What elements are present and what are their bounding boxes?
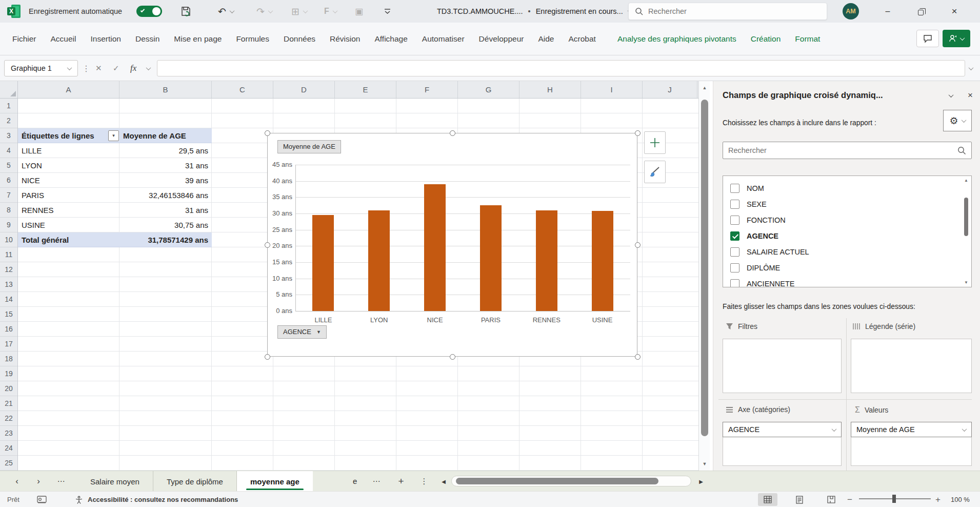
row-header-16[interactable]: 16 — [0, 322, 17, 337]
pivot-row-label[interactable]: LYON — [18, 158, 119, 173]
pane-search-input[interactable] — [728, 146, 957, 154]
chart-selection-handle[interactable] — [635, 242, 641, 248]
row-header-11[interactable]: 11 — [0, 247, 17, 262]
tab-donnees[interactable]: Données — [276, 34, 323, 44]
page-layout-view-button[interactable] — [790, 493, 809, 506]
chart-selection-handle[interactable] — [265, 354, 270, 360]
field-item-fonction[interactable]: FONCTION — [723, 212, 949, 228]
tab-formules[interactable]: Formules — [229, 34, 276, 44]
row-header-15[interactable]: 15 — [0, 307, 17, 322]
tab-acrobat[interactable]: Acrobat — [562, 34, 603, 44]
row-header-18[interactable]: 18 — [0, 352, 17, 366]
chart-axis-field-button[interactable]: AGENCE▼ — [277, 325, 327, 339]
pivot-row-label[interactable]: NICE — [18, 173, 119, 188]
column-header-j[interactable]: J — [643, 81, 697, 99]
row-header-17[interactable]: 17 — [0, 337, 17, 352]
chart-bar-nice[interactable] — [424, 184, 446, 311]
more-sheets-button[interactable]: ⋯ — [367, 471, 386, 492]
chart-selection-handle[interactable] — [450, 130, 455, 136]
row-header-23[interactable]: 23 — [0, 426, 17, 441]
row-header-7[interactable]: 7 — [0, 188, 17, 203]
pivot-header-cell[interactable]: Étiquettes de lignes — [18, 128, 119, 143]
zoom-level[interactable]: 100 % — [951, 492, 970, 507]
zoom-in-button[interactable]: + — [935, 492, 941, 507]
chart-selection-handle[interactable] — [450, 354, 455, 360]
row-header-6[interactable]: 6 — [0, 173, 17, 188]
pane-collapse-button[interactable] — [943, 88, 958, 103]
pivot-row-value[interactable]: 32,46153846 ans — [119, 188, 212, 203]
comments-button[interactable] — [916, 30, 939, 47]
chart-bar-usine[interactable] — [592, 211, 613, 311]
pane-close-button[interactable]: × — [963, 88, 978, 103]
insert-function-button[interactable]: fx — [130, 60, 136, 76]
pivot-row-label[interactable]: PARIS — [18, 188, 119, 203]
macro-record-button[interactable] — [37, 492, 47, 507]
chart-bar-paris[interactable] — [480, 205, 502, 311]
column-header-g[interactable]: G — [458, 81, 519, 99]
tab-insertion[interactable]: Insertion — [83, 34, 128, 44]
column-header-f[interactable]: F — [396, 81, 458, 99]
normal-view-button[interactable] — [758, 493, 777, 506]
column-header-e[interactable]: E — [335, 81, 396, 99]
pivot-row-value[interactable]: 30,75 ans — [119, 218, 212, 232]
field-item-sexe[interactable]: SEXE — [723, 196, 949, 212]
scroll-up-arrow-icon[interactable]: ▲ — [962, 178, 970, 183]
pivot-row-value[interactable]: 31 ans — [119, 158, 212, 173]
avatar[interactable]: AM — [843, 3, 859, 20]
share-button[interactable] — [943, 30, 970, 47]
column-header-c[interactable]: C — [212, 81, 273, 99]
field-checkbox-fonction[interactable] — [730, 216, 739, 225]
chart-title-field-button[interactable]: Moyenne de AGE — [277, 140, 341, 153]
row-header-13[interactable]: 13 — [0, 277, 17, 292]
tab-automatiser[interactable]: Automatiser — [415, 34, 472, 44]
new-sheet-button[interactable]: + — [392, 471, 410, 492]
chart-styles-button[interactable] — [644, 161, 666, 183]
fx-chevron-icon[interactable] — [147, 60, 150, 76]
format-quick-button[interactable]: F — [324, 0, 337, 23]
vertical-scrollbar-thumb[interactable] — [701, 100, 708, 436]
pivot-row-label[interactable]: LILLE — [18, 143, 119, 158]
pivot-row-value[interactable]: 31 ans — [119, 203, 212, 218]
row-header-3[interactable]: 3 — [0, 128, 17, 143]
column-header-d[interactable]: D — [273, 81, 335, 99]
scroll-up-arrow-icon[interactable]: ▲ — [699, 85, 710, 90]
hscroll-left-arrow-icon[interactable]: ◀ — [438, 471, 449, 492]
row-header-19[interactable]: 19 — [0, 366, 17, 381]
chart-bar-lyon[interactable] — [368, 210, 390, 311]
row-header-4[interactable]: 4 — [0, 143, 17, 158]
pivot-filter-button[interactable]: ▾ — [108, 130, 119, 141]
horizontal-scrollbar[interactable] — [451, 476, 691, 486]
field-list-scrollbar[interactable]: ▲ ▼ — [962, 177, 970, 286]
redo-button[interactable]: ↷ — [256, 0, 272, 23]
chart-elements-button[interactable] — [644, 131, 666, 154]
select-all-corner[interactable] — [0, 81, 18, 99]
sheet-tab-moyenne-age[interactable]: moyenne age — [237, 471, 313, 492]
field-checkbox-agence[interactable] — [730, 231, 739, 241]
name-box[interactable]: Graphique 1 — [4, 60, 78, 76]
search-box[interactable] — [628, 3, 827, 20]
chart-selection-handle[interactable] — [635, 130, 641, 136]
column-header-a[interactable]: A — [18, 81, 119, 99]
tab-analyse-des-graphiques-pivotants[interactable]: Analyse des graphiques pivotants — [610, 34, 744, 44]
field-list-scrollbar-thumb[interactable] — [964, 198, 968, 236]
sheet-tab-salaire-moyen[interactable]: Salaire moyen — [77, 471, 153, 492]
search-input[interactable] — [648, 7, 802, 15]
enter-formula-button[interactable]: ✓ — [113, 60, 119, 76]
pivot-total-value[interactable]: 31,78571429 ans — [119, 232, 212, 247]
chart-selection-handle[interactable] — [265, 242, 270, 248]
pivot-total-label[interactable]: Total général — [18, 232, 119, 247]
tab-fichier[interactable]: Fichier — [5, 34, 44, 44]
field-checkbox-salaire-actuel[interactable] — [730, 247, 739, 257]
field-item-salaire-actuel[interactable]: SALAIRE ACTUEL — [723, 244, 949, 260]
hscroll-right-arrow-icon[interactable]: ▶ — [695, 471, 707, 492]
field-checkbox-diplome[interactable] — [730, 263, 739, 272]
scroll-down-arrow-icon[interactable]: ▼ — [962, 280, 970, 285]
restore-button[interactable] — [909, 0, 932, 23]
chart-bar-rennes[interactable] — [536, 210, 557, 311]
next-sheet-button[interactable]: › — [29, 471, 48, 492]
chart-selection-handle[interactable] — [265, 130, 270, 136]
zoom-out-button[interactable]: − — [847, 492, 852, 507]
clipped-sheet-tab[interactable]: e — [353, 471, 361, 492]
row-header-8[interactable]: 8 — [0, 203, 17, 218]
excel-app-icon[interactable]: X — [7, 5, 21, 18]
